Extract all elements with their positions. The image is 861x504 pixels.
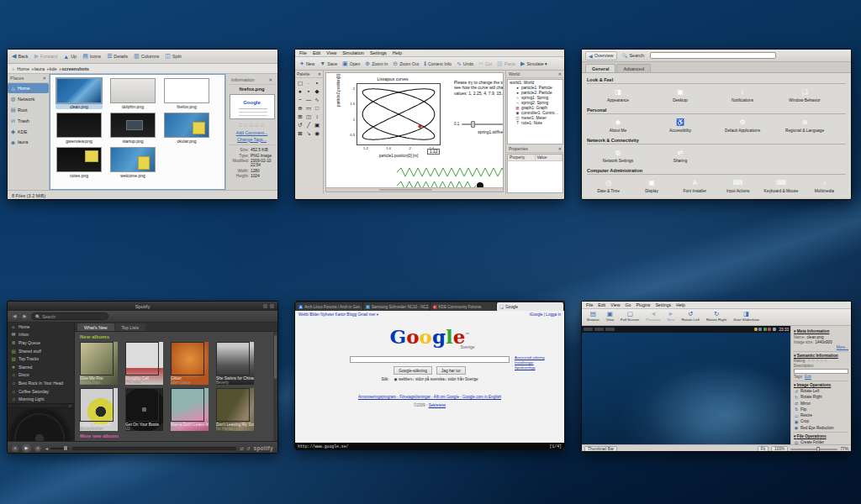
toolbar-button[interactable]: ▤Browse bbox=[587, 311, 600, 322]
palette-tool[interactable]: ╱ bbox=[305, 122, 312, 129]
settings-module[interactable]: ♪Multimedia bbox=[805, 177, 844, 193]
change-tags-link[interactable]: Change Tags... bbox=[229, 137, 275, 142]
toolbar-button[interactable]: ⊕Zoom In bbox=[365, 60, 388, 67]
world-root[interactable]: world1: World bbox=[510, 81, 561, 85]
spring1-drawing[interactable] bbox=[397, 167, 504, 177]
album-item[interactable]: Colour Collection Moneybrother bbox=[80, 388, 118, 431]
image-operation[interactable]: ⇅Flip bbox=[794, 407, 848, 412]
image-operation[interactable]: ↻Rotate Right bbox=[794, 395, 848, 400]
album-cover[interactable] bbox=[125, 342, 159, 375]
album-item[interactable]: Mama Don't Leave Me Vee bbox=[171, 388, 209, 431]
menu-item[interactable]: File bbox=[299, 50, 307, 55]
toolbar-button[interactable]: ▢Full Screen bbox=[621, 311, 639, 322]
album-cover[interactable] bbox=[125, 388, 159, 422]
footer-link[interactable]: Företagslösningar bbox=[399, 395, 434, 399]
palette-tool[interactable]: • bbox=[314, 80, 320, 87]
more-link[interactable]: More... bbox=[794, 345, 848, 349]
breadcrumb-segment[interactable]: laura bbox=[34, 66, 50, 71]
rating-stars[interactable]: ✩✩✩✩✩ bbox=[229, 122, 275, 129]
privacy-link[interactable]: Sekretess bbox=[429, 403, 446, 407]
palette-tool[interactable]: ⊞ bbox=[297, 113, 304, 120]
close-icon[interactable]: ✕ bbox=[268, 77, 272, 82]
toolbar-button[interactable]: ▣View bbox=[606, 311, 614, 322]
toolbar-button[interactable]: ▲Up bbox=[63, 54, 77, 60]
file-operations-header[interactable]: File Operations bbox=[794, 434, 848, 438]
settings-module[interactable]: ▣Display bbox=[631, 177, 671, 193]
overview-button[interactable]: ◀Overview bbox=[585, 51, 617, 60]
thumbnail-bar-toggle[interactable]: Thumbnail Bar bbox=[584, 446, 617, 453]
album-artist[interactable]: The Veils bbox=[125, 381, 163, 385]
settings-module[interactable]: ⌨Input Actions bbox=[718, 177, 758, 193]
sidebar-item[interactable]: ▤Top Tracks bbox=[8, 354, 74, 363]
places-item[interactable]: ▤Root bbox=[8, 104, 49, 115]
settings-tab[interactable]: Advanced bbox=[616, 64, 650, 72]
breadcrumb[interactable]: ⌂ Homelaurakdescreenshots bbox=[8, 64, 277, 74]
volume-slider[interactable] bbox=[50, 448, 69, 449]
graph[interactable] bbox=[357, 83, 441, 145]
world-tree-item[interactable]: ◉controller1: Contro… bbox=[510, 111, 561, 115]
search-input[interactable]: 🔍Search bbox=[31, 312, 108, 320]
file-item[interactable]: welcome.png bbox=[109, 147, 156, 178]
menu-item[interactable]: Settings bbox=[655, 302, 671, 307]
settings-module[interactable]: ☻About Me bbox=[589, 117, 647, 133]
toolbar-button[interactable]: ▶Forward bbox=[34, 53, 58, 60]
album-item[interactable]: Don't Leaving My Sou… No Hands bbox=[216, 388, 254, 431]
menu-item[interactable]: Edit bbox=[313, 50, 320, 55]
album-item[interactable]: Glitter Ellen Grace bbox=[171, 342, 209, 385]
meta-information-header[interactable]: Meta Information bbox=[794, 329, 848, 333]
album-artist[interactable]: Beverly bbox=[216, 381, 254, 385]
palette-tool[interactable]: ⊠ bbox=[297, 130, 304, 137]
toolbar-button[interactable]: ∿Undo bbox=[457, 60, 473, 67]
edit-tags-link[interactable]: Edit bbox=[805, 375, 811, 379]
album-item[interactable]: She Swims for China Beverly bbox=[216, 342, 254, 385]
breadcrumb-segment[interactable]: kde bbox=[50, 66, 62, 71]
scope-radio[interactable]: ◉ webben bbox=[394, 377, 412, 381]
settings-module[interactable]: ⇄Sharing bbox=[651, 147, 710, 163]
scope-radio[interactable]: ○ sidor från Sverige bbox=[445, 377, 478, 381]
close-icon[interactable]: ✕ bbox=[318, 71, 321, 76]
shuffle-icon[interactable]: ⇄ bbox=[240, 446, 244, 451]
zoom-100-button[interactable]: 100% bbox=[771, 446, 788, 453]
world-tree-item[interactable]: ▦graph1: Graph bbox=[510, 106, 561, 110]
menu-item[interactable]: Help bbox=[393, 50, 402, 55]
search-input[interactable] bbox=[650, 52, 776, 59]
album-item[interactable]: Give Me Fire Mando Diao bbox=[80, 342, 118, 385]
file-item[interactable]: clean.png bbox=[55, 78, 103, 109]
settings-module[interactable]: ♿Accessibility bbox=[651, 117, 710, 133]
file-item[interactable]: dolphin.png bbox=[109, 78, 156, 109]
more-albums-link[interactable]: More new albums bbox=[80, 433, 272, 438]
horizontal-scrollbar[interactable] bbox=[326, 187, 503, 192]
image-operation[interactable]: ↺Rotate Left bbox=[794, 389, 848, 394]
browser-tab[interactable]: SSamsung Schneider NC10 - NC2… bbox=[363, 302, 430, 311]
slider-handle[interactable] bbox=[471, 121, 475, 128]
google-search-button[interactable]: Google-sökning bbox=[394, 366, 432, 375]
breadcrumb-segment[interactable]: screenshots bbox=[61, 66, 91, 71]
album-artist[interactable]: No Hands bbox=[216, 427, 254, 431]
settings-module[interactable]: AFont Installer bbox=[675, 177, 715, 193]
previous-button[interactable]: « bbox=[12, 445, 18, 452]
file-item[interactable]: notes.png bbox=[55, 147, 103, 178]
image-operation[interactable]: ◉Red Eye Reduction bbox=[794, 425, 848, 430]
settings-tab[interactable]: General bbox=[585, 64, 615, 72]
places-item[interactable]: ☻laura bbox=[8, 137, 49, 147]
file-item[interactable]: firefox.png bbox=[163, 78, 210, 109]
toolbar-button[interactable]: ►Next bbox=[667, 311, 674, 322]
palette-tool[interactable]: ◉ bbox=[314, 130, 320, 137]
footer-link[interactable]: Annonseringsprogram bbox=[358, 395, 399, 399]
palette-tool[interactable]: ▪ bbox=[305, 88, 312, 95]
album-cover[interactable] bbox=[80, 342, 114, 375]
sidebar-item[interactable]: ♫Best Rock In Your Head bbox=[8, 379, 74, 387]
album-cover[interactable] bbox=[171, 342, 204, 375]
menu-item[interactable]: Simulation bbox=[342, 50, 364, 55]
toolbar-button[interactable]: ↺Rotate Left bbox=[681, 311, 699, 322]
toolbar-button[interactable]: ▼Save bbox=[320, 60, 337, 66]
album-artist[interactable]: Ellen Grace bbox=[171, 381, 209, 385]
rating-stars[interactable]: ✩✩✩✩✩ bbox=[808, 359, 828, 363]
palette-tool[interactable]: ~ bbox=[297, 97, 304, 103]
sidebar-item[interactable]: ♫Disco bbox=[8, 371, 74, 380]
value-column[interactable]: Value bbox=[536, 155, 563, 160]
browser-tab[interactable]: AArch Linux Forums / Arch in Gen… bbox=[296, 302, 362, 311]
breadcrumb-segment[interactable]: Home bbox=[17, 66, 34, 71]
palette-tool[interactable]: ↕ bbox=[314, 113, 320, 120]
world-tree-item[interactable]: ∿spring2: Spring bbox=[510, 101, 561, 105]
